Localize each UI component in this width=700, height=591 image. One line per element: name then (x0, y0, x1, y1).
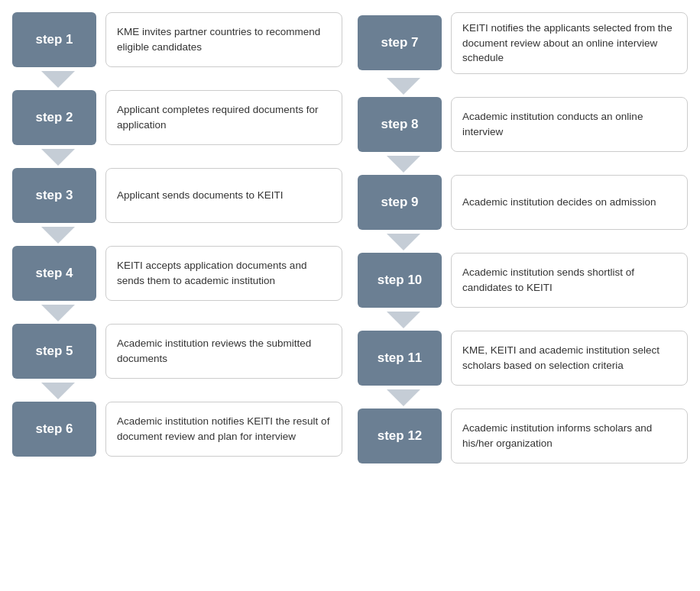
step-box-step-5: step 5 (12, 324, 96, 379)
arrow-down-row (358, 312, 688, 328)
step-row: step 10Academic institution sends shortl… (358, 253, 688, 308)
step-box-step-6: step 6 (12, 402, 96, 457)
step-box-step-3: step 3 (12, 168, 96, 223)
step-row: step 4KEITI accepts application document… (12, 246, 342, 301)
arrow-down-icon (41, 149, 75, 166)
arrow-down-icon (41, 383, 75, 399)
arrow-down-icon (387, 156, 420, 173)
step-box-step-9: step 9 (358, 175, 442, 230)
step-desc-step-3: Applicant sends documents to KEITI (105, 168, 342, 223)
right-column: step 7KEITI notifies the applicants sele… (358, 12, 688, 465)
step-box-step-10: step 10 (358, 253, 442, 308)
arrow-down-icon (387, 389, 420, 406)
step-row: step 1KME invites partner countries to r… (12, 12, 342, 67)
step-desc-step-7: KEITI notifies the applicants selected f… (451, 12, 688, 74)
step-row: step 11KME, KEITI and academic instituti… (358, 331, 688, 386)
step-box-step-1: step 1 (12, 12, 96, 67)
step-desc-step-11: KME, KEITI and academic institution sele… (451, 331, 688, 386)
step-row: step 8Academic institution conducts an o… (358, 97, 688, 152)
step-row: step 9Academic institution decides on ad… (358, 175, 688, 230)
arrow-down-row (358, 156, 688, 173)
arrow-down-icon (41, 71, 75, 88)
arrow-down-icon (387, 234, 420, 250)
arrow-down-row (12, 227, 342, 244)
step-desc-step-12: Academic institution informs scholars an… (451, 409, 688, 463)
step-box-step-2: step 2 (12, 90, 96, 145)
step-row: step 2Applicant completes required docum… (12, 90, 342, 145)
step-desc-step-2: Applicant completes required documents f… (105, 90, 342, 145)
arrow-down-icon (387, 78, 420, 95)
step-desc-step-6: Academic institution notifies KEITI the … (105, 402, 342, 457)
step-row: step 5Academic institution reviews the s… (12, 324, 342, 379)
arrow-down-row (12, 71, 342, 88)
arrow-down-row (358, 389, 688, 406)
step-desc-step-1: KME invites partner countries to recomme… (105, 12, 342, 67)
step-desc-step-10: Academic institution sends shortlist of … (451, 253, 688, 308)
step-desc-step-4: KEITI accepts application documents and … (105, 246, 342, 301)
arrow-down-row (358, 234, 688, 250)
step-desc-step-9: Academic institution decides on admissio… (451, 175, 688, 230)
step-row: step 6Academic institution notifies KEIT… (12, 402, 342, 457)
step-row: step 7KEITI notifies the applicants sele… (358, 12, 688, 74)
step-box-step-4: step 4 (12, 246, 96, 301)
step-box-step-11: step 11 (358, 331, 442, 386)
arrow-down-row (12, 305, 342, 321)
left-column: step 1KME invites partner countries to r… (12, 12, 342, 465)
main-grid: step 1KME invites partner countries to r… (12, 12, 688, 465)
step-box-step-7: step 7 (358, 15, 442, 70)
step-row: step 12Academic institution informs scho… (358, 409, 688, 463)
step-row: step 3Applicant sends documents to KEITI (12, 168, 342, 223)
step-box-step-12: step 12 (358, 409, 442, 463)
arrow-down-row (358, 78, 688, 95)
arrow-down-icon (41, 227, 75, 244)
arrow-down-row (12, 383, 342, 399)
arrow-down-row (12, 149, 342, 166)
step-desc-step-5: Academic institution reviews the submitt… (105, 324, 342, 379)
arrow-down-icon (41, 305, 75, 321)
step-box-step-8: step 8 (358, 97, 442, 152)
arrow-down-icon (387, 312, 420, 328)
step-desc-step-8: Academic institution conducts an online … (451, 97, 688, 152)
